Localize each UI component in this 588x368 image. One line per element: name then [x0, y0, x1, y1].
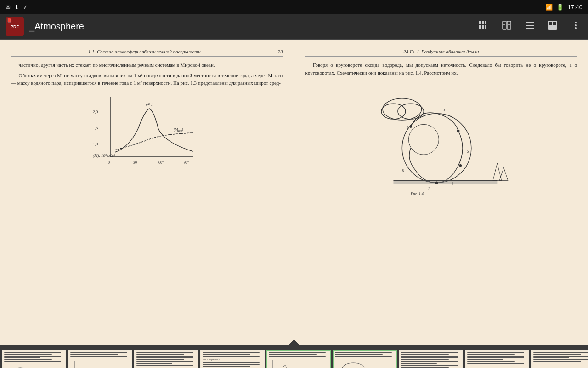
water-cycle-svg: 2 3 4 5 6 7 8 Рис. 1.4: [368, 82, 514, 201]
svg-rect-16: [549, 22, 552, 25]
thumbnail-9[interactable]: [531, 350, 588, 368]
right-page-text: Говоря о круговороте оксида водорода, мы…: [305, 61, 577, 76]
check-icon: ✓: [23, 4, 28, 11]
svg-point-19: [575, 24, 577, 26]
left-page: 1.1. Состав атмосферы вблизи земной пове…: [0, 40, 294, 345]
svg-point-20: [575, 27, 577, 29]
thumbnail-6[interactable]: [333, 350, 397, 368]
thumbnail-5-content: [267, 351, 330, 368]
svg-rect-17: [553, 22, 556, 25]
svg-text:6: 6: [452, 182, 454, 186]
thumbnail-2-content: [69, 351, 131, 368]
left-page-header: 1.1. Состав атмосферы вблизи земной пове…: [11, 49, 283, 57]
svg-text:8: 8: [402, 169, 404, 173]
toolbar-icons: [477, 18, 582, 34]
svg-text:): ): [152, 102, 153, 106]
status-left-icons: ✉ ⬇ ✓: [6, 4, 28, 11]
svg-rect-3: [479, 25, 481, 29]
thumbnail-7[interactable]: [399, 350, 463, 368]
thumbnail-8-content: [466, 351, 528, 368]
svg-text:0°: 0°: [108, 161, 111, 165]
svg-text:Рис. 1.4: Рис. 1.4: [410, 191, 424, 196]
svg-rect-43: [394, 181, 498, 184]
svg-text:4: 4: [465, 126, 467, 130]
svg-text:1,5: 1,5: [93, 126, 98, 130]
thumbnail-3-content: [135, 351, 198, 368]
pages-icon[interactable]: [500, 18, 514, 34]
graph-svg: 2,0 1,5 1,0 (M), 10³кг/м² (M oc ) (M исп…: [92, 92, 202, 166]
book-view[interactable]: 1.1. Состав атмосферы вблизи земной пове…: [0, 40, 588, 345]
svg-text:2,0: 2,0: [93, 109, 98, 114]
message-icon: ✉: [6, 4, 11, 11]
svg-marker-45: [499, 167, 508, 180]
wifi-icon: 📶: [545, 4, 553, 11]
svg-text:5: 5: [467, 150, 469, 154]
svg-point-54: [457, 130, 460, 132]
thumbnail-9-content: [532, 351, 588, 368]
right-page: 24 Гл. I. Воздушная оболочка Земли Говор…: [294, 40, 588, 345]
svg-rect-1: [482, 21, 484, 24]
svg-point-55: [459, 164, 462, 167]
svg-text:3: 3: [443, 108, 445, 112]
thumbnail-5[interactable]: [266, 350, 331, 368]
svg-point-66: [342, 363, 365, 368]
svg-text:): ): [182, 127, 183, 132]
battery-icon: 🔋: [556, 4, 564, 11]
thumbnail-6-content: [334, 351, 396, 368]
status-bar: ✉ ⬇ ✓ 📶 🔋 17:40: [0, 0, 588, 14]
bookmarks-icon[interactable]: [546, 18, 560, 34]
thumbnail-area: текст параграфа: [0, 345, 588, 368]
thumbnail-7-content: [400, 351, 462, 368]
left-page-diagram: 2,0 1,5 1,0 (M), 10³кг/м² (M oc ) (M исп…: [11, 92, 283, 166]
svg-point-18: [575, 22, 577, 23]
svg-text:1,0: 1,0: [93, 142, 98, 146]
app-bar: 📕 _Atmosphere: [0, 14, 588, 40]
svg-rect-0: [479, 21, 481, 24]
status-right-icons: 📶 🔋 17:40: [545, 4, 582, 11]
app-title: _Atmosphere: [29, 21, 471, 32]
svg-point-53: [410, 125, 413, 128]
download-icon: ⬇: [14, 4, 19, 11]
svg-rect-2: [485, 21, 486, 24]
thumbnail-3[interactable]: [134, 350, 198, 368]
more-icon[interactable]: [569, 18, 582, 34]
thumbnail-strip[interactable]: текст параграфа: [0, 345, 588, 368]
app-icon: 📕: [6, 17, 24, 36]
svg-rect-7: [507, 21, 511, 29]
thumbnail-4[interactable]: текст параграфа: [200, 350, 265, 368]
grid-view-icon[interactable]: [477, 18, 491, 34]
thumbnail-8[interactable]: [465, 350, 529, 368]
page-spread: 1.1. Состав атмосферы вблизи земной пове…: [0, 40, 588, 345]
svg-text:(M), 10³кг/м²: (M), 10³кг/м²: [93, 153, 115, 158]
thumbnail-1[interactable]: [2, 350, 66, 368]
thumbnail-2[interactable]: [68, 350, 132, 368]
right-page-header: 24 Гл. I. Воздушная оболочка Земли: [305, 49, 577, 57]
svg-point-41: [409, 124, 439, 155]
triangle-indicator-top: [288, 339, 300, 345]
svg-text:90°: 90°: [184, 161, 189, 165]
svg-text:60°: 60°: [158, 161, 164, 165]
svg-rect-6: [503, 21, 506, 29]
svg-text:7: 7: [428, 186, 430, 190]
thumbnail-1-content: [3, 351, 65, 368]
left-page-text: частично, другая часть их стекает по мно…: [11, 61, 283, 87]
right-page-diagram: 2 3 4 5 6 7 8 Рис. 1.4: [305, 82, 577, 201]
list-icon[interactable]: [523, 18, 537, 34]
time-display: 17:40: [567, 4, 582, 11]
svg-text:2: 2: [407, 126, 408, 130]
svg-rect-5: [485, 25, 486, 29]
svg-rect-4: [482, 25, 484, 29]
thumbnail-4-content: текст параграфа: [201, 351, 264, 368]
svg-text:30°: 30°: [133, 161, 138, 165]
svg-point-39: [398, 104, 424, 119]
svg-point-56: [435, 182, 438, 184]
